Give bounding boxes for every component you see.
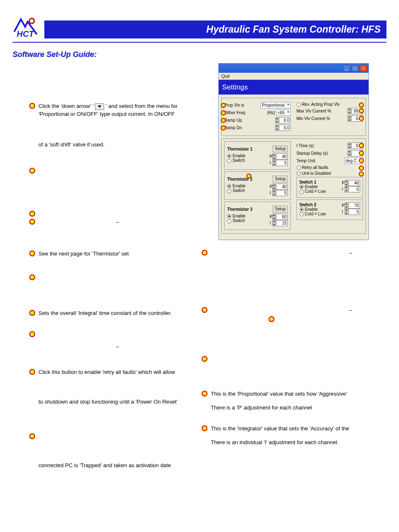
text: There is a 'P' adjustment for each chann… [211,404,377,412]
settings-window: _ □ × Quit Settings HCT Pr [218,63,369,240]
maximize-button[interactable]: □ [351,65,359,72]
text: – [211,249,377,257]
enable-radio[interactable] [227,214,231,218]
menu-quit[interactable]: Quit [219,73,368,80]
svg-text:HCT: HCT [355,87,362,91]
enable-radio[interactable] [227,184,231,188]
dither-label: Dither Freq [224,110,245,115]
th2-p[interactable]: 40 [276,184,288,190]
minv-label: Min Vlv Current % [297,116,330,121]
spinner-icon[interactable] [275,117,279,123]
sw1-i[interactable]: 0 [348,186,360,192]
bullet-icon [202,391,207,396]
switch-radio[interactable] [227,159,231,163]
sw1-p[interactable]: 40 [348,180,360,186]
th2-title: Thermistor 2 [227,177,253,182]
logo: HCT [13,13,44,38]
th3-i[interactable]: 15 [276,220,288,226]
setup-button[interactable]: Setup [273,146,288,152]
retry-label: Retry all faults [302,165,363,170]
bullet-icon [29,369,35,375]
rampdn-value[interactable]: 0.0 [279,125,291,131]
propvlv-label: Prop Vlv is [224,103,244,107]
propvlv-select[interactable]: Proportional [261,102,291,108]
dither-select[interactable]: <65 [276,110,291,116]
bullet-icon [29,310,35,316]
bullet-icon [29,219,35,225]
text: Sets the overall 'Integral' time constan… [38,309,172,317]
close-button[interactable]: × [360,65,367,72]
spinner-icon[interactable] [348,108,351,114]
text: of a 'soft shift' valve if used. [38,141,197,149]
bullet-icon [29,251,35,256]
text: connected PC is 'Trapped' and taken as a… [38,462,197,470]
page-title-bar: Hydraulic Fan System Controller: HFS [44,20,386,38]
setup-button[interactable]: Setup [273,206,288,212]
bullet-icon [202,250,207,256]
settings-header: Settings HCT [219,80,368,95]
cold-radio[interactable] [299,190,304,194]
dropdown-icon [95,103,104,110]
tunit-label: Temp Unit [297,159,315,163]
spinner-icon[interactable] [275,125,279,131]
text: This is the 'Proportional' value that se… [211,390,347,398]
text: See the next page for 'Thermistor' set [38,250,129,258]
sw2-i[interactable]: 5 [348,209,360,215]
text: – [38,343,197,351]
right-column: _ □ × Quit Settings HCT Pr [202,63,377,475]
enable-radio[interactable] [227,154,231,158]
th3-p[interactable]: 60 [276,214,288,220]
text: Click the 'down arrow' ' ' and select fr… [38,102,197,118]
minimize-button[interactable]: _ [343,65,350,72]
cold-radio[interactable] [299,212,304,216]
left-column: Click the 'down arrow' ' ' and select fr… [13,63,197,475]
text: This is the 'Integrator' value that sets… [211,425,349,433]
th1-p[interactable]: 40 [276,153,288,160]
page-title: Hydraulic Fan System Controller: HFS [206,24,381,35]
svg-point-0 [29,18,34,23]
svg-text:HCT: HCT [17,29,35,38]
window-titlebar: _ □ × [219,64,368,73]
sw2-title: Switch 2 [299,202,317,207]
rev-radio[interactable] [297,102,301,107]
maxv-label: Max Vlv Current % [297,109,331,113]
switch-radio[interactable] [227,219,231,223]
rev-label: Rev. Acting Prop Vlv [302,102,363,107]
text: to shutdown and stop functioning until a… [38,398,197,406]
bullet-icon [29,211,35,217]
bullet-icon [29,274,35,280]
bullet-icon [29,103,35,109]
bullet-icon [202,307,207,313]
spinner-icon[interactable] [348,115,351,122]
setup-button[interactable]: Setup [273,176,288,182]
disabled-label: Unit is Disabled [302,171,363,176]
enable-radio[interactable] [299,207,304,212]
bullet-icon [269,316,274,322]
text: There is an individual 'I' adjustment fo… [211,439,377,447]
sdelay-label: Startup Delay (s) [297,151,328,156]
retry-radio[interactable] [297,166,301,170]
sw1-title: Switch 1 [299,180,317,184]
bullet-icon [29,168,35,174]
th2-i[interactable]: 5 [276,190,288,196]
th1-i[interactable]: 5 [276,160,288,166]
logo-icon: HCT [353,82,365,93]
bullet-icon [202,356,207,362]
section-title: Software Set-Up Guide: [13,50,386,59]
disabled-radio[interactable] [297,171,301,176]
bullet-icon [202,425,207,431]
text: Click this button to enable 'retry all f… [38,368,175,376]
switch-radio[interactable] [227,189,231,193]
text: – [211,307,377,315]
th1-title: Thermistor 1 [227,147,253,151]
rampup-value[interactable]: 0.0 [279,117,291,123]
rampdn-label: Ramp Dn [224,125,242,130]
rampup-label: Ramp Up [224,118,242,123]
itime-label: I Time (s) [297,143,314,148]
divider [13,42,386,43]
bullet-icon [29,331,35,337]
th3-title: Thermistor 3 [227,207,253,212]
sw2-p[interactable]: 70 [348,202,360,209]
enable-radio[interactable] [299,185,304,189]
bullet-icon [29,433,35,439]
